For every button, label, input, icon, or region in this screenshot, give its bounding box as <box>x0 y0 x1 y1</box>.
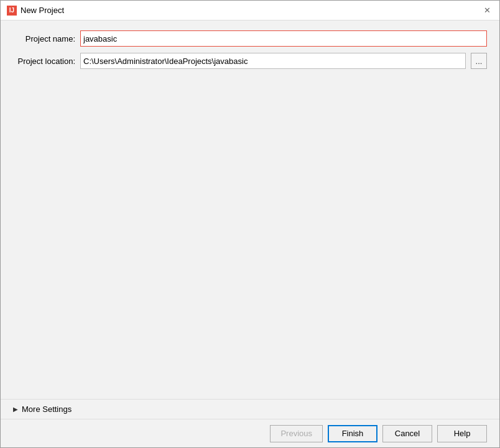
project-name-row: Project name: <box>13 30 487 47</box>
content-spacer <box>13 75 487 389</box>
cancel-button[interactable]: Cancel <box>382 425 432 442</box>
previous-button[interactable]: Previous <box>270 425 323 442</box>
title-bar: IJ New Project ✕ <box>1 1 499 21</box>
finish-button[interactable]: Finish <box>328 425 377 442</box>
close-icon: ✕ <box>484 6 491 15</box>
project-location-row: Project location: ... <box>13 53 487 69</box>
dialog-footer: Previous Finish Cancel Help <box>1 419 499 447</box>
app-icon: IJ <box>7 6 17 16</box>
project-name-label: Project name: <box>13 34 75 43</box>
more-settings-section[interactable]: ▶ More Settings <box>1 399 499 419</box>
new-project-dialog: IJ New Project ✕ Project name: Project l… <box>0 0 500 448</box>
browse-button[interactable]: ... <box>471 53 487 69</box>
project-name-input[interactable] <box>80 30 487 47</box>
project-location-label: Project location: <box>13 57 75 66</box>
browse-label: ... <box>476 57 483 66</box>
project-location-input[interactable] <box>80 53 466 69</box>
more-settings-arrow-icon: ▶ <box>13 406 18 413</box>
title-bar-left: IJ New Project <box>7 6 64 16</box>
help-button[interactable]: Help <box>437 425 487 442</box>
more-settings-label: More Settings <box>22 405 72 414</box>
close-button[interactable]: ✕ <box>481 4 493 17</box>
dialog-title: New Project <box>21 6 64 15</box>
dialog-content: Project name: Project location: ... <box>1 21 499 399</box>
